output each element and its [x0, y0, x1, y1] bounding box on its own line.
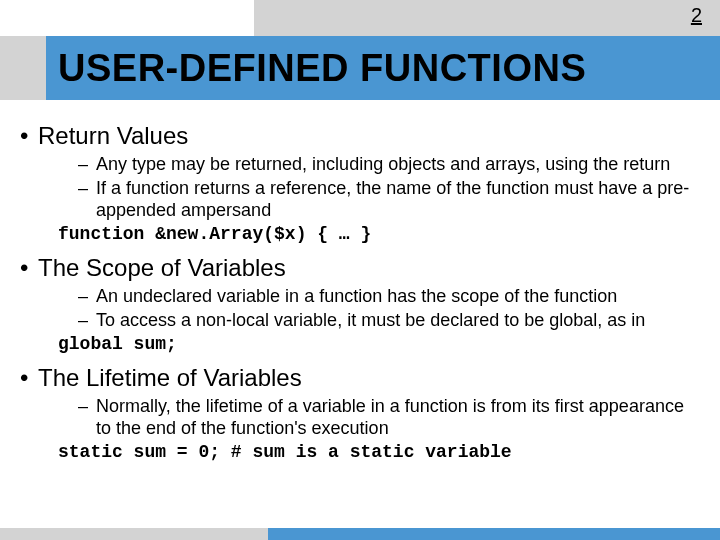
content-area: Return Values Any type may be returned, …: [20, 112, 700, 464]
sublist-scope: An undeclared variable in a function has…: [20, 286, 700, 332]
bullet-item: An undeclared variable in a function has…: [78, 286, 700, 308]
bullet-item: Any type may be returned, including obje…: [78, 154, 700, 176]
slide-title: USER-DEFINED FUNCTIONS: [46, 47, 586, 90]
bottom-strip-gray: [0, 528, 268, 540]
sublist-return-values: Any type may be returned, including obje…: [20, 154, 700, 222]
bullet-item: If a function returns a reference, the n…: [78, 178, 700, 222]
title-band: USER-DEFINED FUNCTIONS: [0, 36, 720, 100]
top-strip-white: [0, 0, 254, 36]
title-band-blue: USER-DEFINED FUNCTIONS: [46, 36, 720, 100]
section-heading-scope: The Scope of Variables: [20, 254, 700, 282]
title-band-gray: [0, 36, 46, 100]
top-strip-gray: [254, 0, 720, 36]
bullet-item: Normally, the lifetime of a variable in …: [78, 396, 700, 440]
bottom-strip-blue: [268, 528, 720, 540]
section-heading-return-values: Return Values: [20, 122, 700, 150]
bottom-strip: [0, 528, 720, 540]
bullet-item: To access a non-local variable, it must …: [78, 310, 700, 332]
section-heading-lifetime: The Lifetime of Variables: [20, 364, 700, 392]
code-snippet: global sum;: [58, 334, 700, 354]
slide: 2 USER-DEFINED FUNCTIONS Return Values A…: [0, 0, 720, 540]
code-snippet: function &new.Array($x) { … }: [58, 224, 700, 244]
top-strip: 2: [0, 0, 720, 36]
code-snippet: static sum = 0; # sum is a static variab…: [58, 442, 700, 462]
sublist-lifetime: Normally, the lifetime of a variable in …: [20, 396, 700, 440]
page-number: 2: [691, 4, 702, 27]
